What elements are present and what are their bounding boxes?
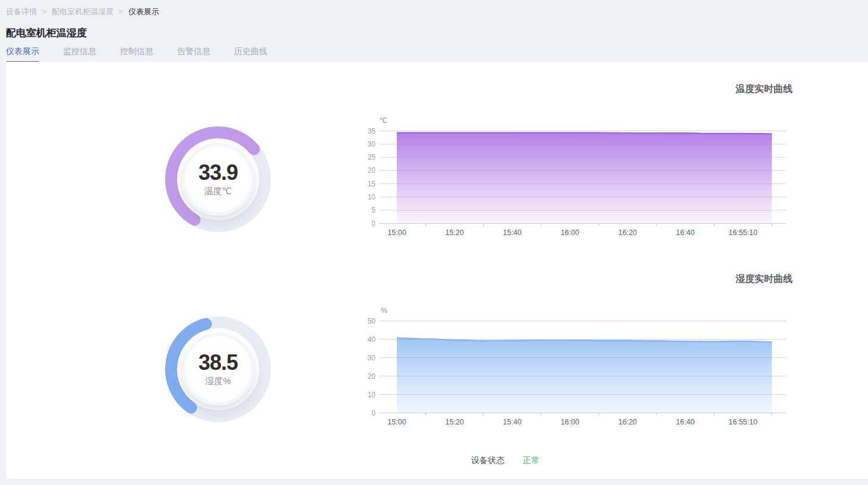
temperature-unit-label: 温度℃ [204, 186, 232, 197]
svg-text:15:20: 15:20 [445, 229, 463, 237]
svg-text:25: 25 [368, 153, 376, 161]
humidity-unit-label: 湿度% [205, 376, 231, 387]
tab-bar: 仪表展示 监控信息 控制信息 告警信息 历史曲线 [6, 46, 267, 63]
device-status-label: 设备状态 [471, 455, 504, 466]
svg-text:16:20: 16:20 [618, 229, 637, 237]
tab-history-curve[interactable]: 历史曲线 [234, 46, 267, 63]
svg-text:16:20: 16:20 [618, 418, 637, 426]
humidity-gauge-face: 38.5 湿度% [182, 333, 254, 405]
temperature-chart-title: 温度实时曲线 [736, 83, 793, 96]
svg-text:0: 0 [371, 409, 375, 417]
breadcrumb-device-name[interactable]: 配电室机柜温湿度 [52, 7, 113, 17]
humidity-chart-title: 湿度实时曲线 [736, 273, 793, 286]
svg-text:5: 5 [371, 206, 375, 214]
content-card: 温度实时曲线 33.9 温度℃ 05101520253035℃15:0015:2… [6, 62, 868, 479]
svg-text:15: 15 [368, 180, 376, 188]
svg-text:50: 50 [368, 317, 376, 325]
svg-text:16:40: 16:40 [676, 229, 695, 237]
breadcrumb-current: 仪表展示 [128, 7, 159, 17]
breadcrumb-separator-icon: > [42, 8, 46, 16]
svg-text:℃: ℃ [380, 116, 387, 125]
svg-text:15:40: 15:40 [503, 418, 522, 426]
breadcrumb-device-detail[interactable]: 设备详情 [6, 7, 37, 17]
humidity-gauge: 38.5 湿度% [165, 316, 272, 423]
tab-gauge-display[interactable]: 仪表展示 [6, 46, 39, 63]
humidity-chart: 01020304050%15:0015:2015:4016:0016:2016:… [367, 300, 792, 436]
svg-text:20: 20 [368, 166, 376, 175]
svg-text:0: 0 [371, 220, 375, 228]
breadcrumb-separator-icon: > [119, 8, 123, 16]
svg-text:10: 10 [368, 391, 376, 399]
svg-text:16:40: 16:40 [676, 418, 695, 426]
svg-text:16:55:10: 16:55:10 [728, 418, 757, 426]
svg-text:16:00: 16:00 [561, 418, 579, 426]
svg-text:15:00: 15:00 [387, 418, 406, 426]
device-status-badge: 正常 [523, 455, 539, 466]
temperature-value: 33.9 [198, 162, 238, 183]
page-title: 配电室机柜温湿度 [6, 26, 87, 40]
svg-text:16:55:10: 16:55:10 [728, 229, 757, 237]
svg-text:40: 40 [368, 335, 376, 344]
device-status-row: 设备状态 正常 [471, 455, 539, 466]
svg-text:30: 30 [368, 354, 376, 362]
svg-text:%: % [381, 306, 387, 315]
temperature-chart: 05101520253035℃15:0015:2015:4016:0016:20… [367, 110, 792, 246]
breadcrumb: 设备详情 > 配电室机柜温湿度 > 仪表展示 [6, 7, 159, 17]
humidity-value: 38.5 [198, 352, 238, 373]
svg-text:20: 20 [368, 372, 376, 381]
tab-alarm-info[interactable]: 告警信息 [177, 46, 210, 63]
svg-text:15:40: 15:40 [503, 229, 522, 237]
svg-text:10: 10 [368, 193, 376, 201]
svg-text:15:20: 15:20 [445, 418, 463, 426]
svg-text:15:00: 15:00 [387, 229, 406, 237]
temperature-gauge-face: 33.9 温度℃ [182, 143, 254, 215]
svg-text:35: 35 [368, 127, 376, 135]
tab-monitor-info[interactable]: 监控信息 [63, 46, 96, 63]
device-detail-page: 设备详情 > 配电室机柜温湿度 > 仪表展示 配电室机柜温湿度 仪表展示 监控信… [0, 0, 868, 485]
svg-text:30: 30 [368, 140, 376, 148]
tab-control-info[interactable]: 控制信息 [120, 46, 153, 63]
svg-text:16:00: 16:00 [561, 229, 579, 237]
temperature-gauge: 33.9 温度℃ [165, 126, 272, 233]
